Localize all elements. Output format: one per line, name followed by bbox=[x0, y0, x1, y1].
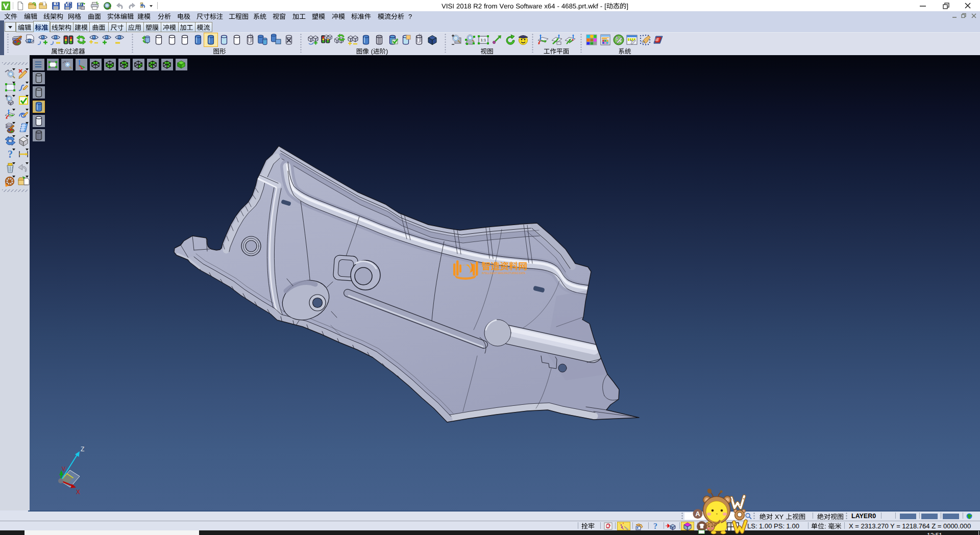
svg-text:INTELLIGENT MANUFACTURING DATA: INTELLIGENT MANUFACTURING DATA bbox=[482, 272, 526, 275]
svg-text:A: A bbox=[695, 510, 700, 518]
svg-text:V: V bbox=[62, 466, 66, 472]
svg-text:Z: Z bbox=[81, 446, 84, 453]
svg-text:?: ? bbox=[8, 149, 13, 160]
svg-text:?: ? bbox=[653, 522, 657, 530]
svg-text:X: X bbox=[76, 489, 80, 496]
svg-text:1:1: 1:1 bbox=[480, 38, 486, 42]
